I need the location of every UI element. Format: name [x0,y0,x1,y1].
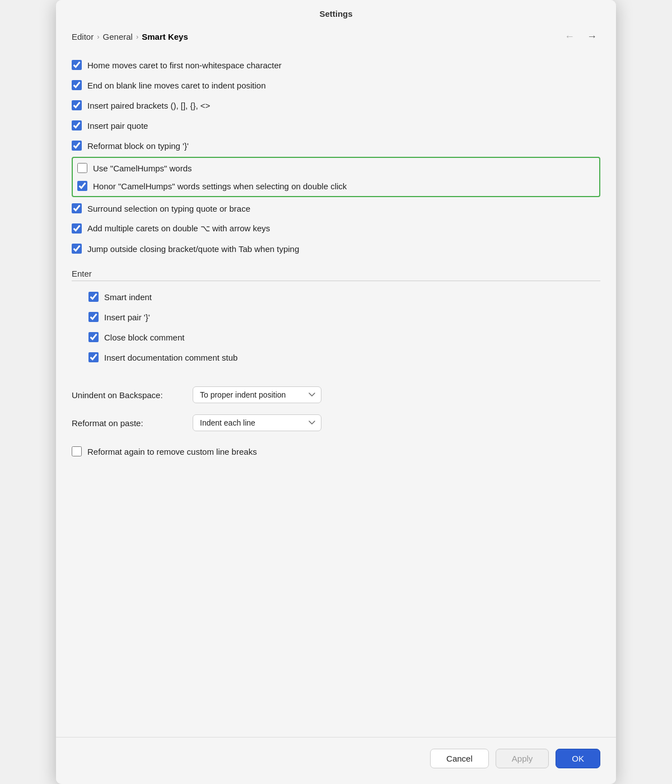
checkbox-end-blank[interactable] [72,80,82,90]
unindent-row: Unindent on Backspace: To proper indent … [72,381,600,409]
label-home-caret[interactable]: Home moves caret to first non-whitespace… [87,60,282,70]
option-jump-outside: Jump outside closing bracket/quote with … [72,239,600,259]
breadcrumb: Editor › General › Smart Keys [72,32,188,41]
nav-arrows: ← → [561,30,600,44]
label-multiple-carets[interactable]: Add multiple carets on double ⌥ with arr… [87,223,270,234]
camelhumps-group: Use "CamelHumps" words Honor "CamelHumps… [72,157,600,197]
checkbox-close-block-comment[interactable] [88,332,99,342]
checkbox-multiple-carets[interactable] [72,223,82,234]
option-reformat-again: Reformat again to remove custom line bre… [72,441,600,461]
label-insert-doc-comment[interactable]: Insert documentation comment stub [104,353,237,362]
enter-section-divider: Enter [72,269,600,281]
nav-forward-button[interactable]: → [584,30,600,44]
checkbox-insert-pair-brace[interactable] [88,312,99,322]
reformat-dropdown[interactable]: Indent each line Reformat block None [193,414,321,431]
breadcrumb-sep-1: › [97,32,99,41]
settings-dialog: Settings Editor › General › Smart Keys ←… [56,0,616,784]
option-insert-pair-brace: Insert pair '}' [72,307,600,327]
dialog-footer: Cancel Apply OK [56,737,616,784]
option-camelhumps-words: Use "CamelHumps" words [77,159,595,177]
breadcrumb-editor[interactable]: Editor [72,32,94,41]
checkbox-home-caret[interactable] [72,60,82,70]
label-smart-indent[interactable]: Smart indent [104,292,152,302]
checkbox-reformat-again[interactable] [72,446,82,456]
enter-section-hr [72,281,600,281]
option-smart-indent: Smart indent [72,287,600,307]
checkbox-insert-brackets[interactable] [72,100,82,110]
checkbox-jump-outside[interactable] [72,244,82,254]
reformat-paste-label: Reformat on paste: [72,418,184,428]
breadcrumb-smart-keys[interactable]: Smart Keys [142,32,188,41]
label-end-blank[interactable]: End on blank line moves caret to indent … [87,81,266,90]
apply-button[interactable]: Apply [496,749,549,768]
label-insert-brackets[interactable]: Insert paired brackets (), [], {}, <> [87,101,210,110]
breadcrumb-bar: Editor › General › Smart Keys ← → [56,25,616,53]
checkbox-reformat-block[interactable] [72,141,82,151]
enter-section-label: Enter [72,269,600,278]
option-honor-camelhumps: Honor "CamelHumps" words settings when s… [77,177,595,195]
nav-back-button[interactable]: ← [561,30,578,44]
checkbox-insert-doc-comment[interactable] [88,352,99,362]
option-surround-selection: Surround selection on typing quote or br… [72,198,600,218]
breadcrumb-general[interactable]: General [103,32,133,41]
ok-button[interactable]: OK [556,749,600,768]
breadcrumb-sep-2: › [136,32,138,41]
label-surround-selection[interactable]: Surround selection on typing quote or br… [87,204,250,213]
option-multiple-carets: Add multiple carets on double ⌥ with arr… [72,218,600,239]
label-reformat-block[interactable]: Reformat block on typing '}' [87,141,189,151]
label-camelhumps-words[interactable]: Use "CamelHumps" words [93,164,192,173]
label-insert-pair-brace[interactable]: Insert pair '}' [104,312,150,322]
option-insert-pair-quote: Insert pair quote [72,115,600,136]
checkbox-honor-camelhumps[interactable] [77,181,87,191]
checkbox-smart-indent[interactable] [88,292,99,302]
unindent-label: Unindent on Backspace: [72,390,184,400]
option-end-blank: End on blank line moves caret to indent … [72,75,600,95]
checkbox-surround-selection[interactable] [72,203,82,213]
content-area: Home moves caret to first non-whitespace… [56,53,616,726]
label-honor-camelhumps[interactable]: Honor "CamelHumps" words settings when s… [93,181,347,191]
option-reformat-block: Reformat block on typing '}' [72,136,600,156]
checkbox-insert-pair-quote[interactable] [72,120,82,130]
cancel-button[interactable]: Cancel [430,749,489,768]
option-home-caret: Home moves caret to first non-whitespace… [72,55,600,75]
reformat-paste-row: Reformat on paste: Indent each line Refo… [72,409,600,437]
option-insert-brackets: Insert paired brackets (), [], {}, <> [72,95,600,115]
dialog-title: Settings [56,0,616,25]
option-insert-doc-comment: Insert documentation comment stub [72,347,600,367]
unindent-dropdown[interactable]: To proper indent position One indent lev… [193,386,321,403]
checkbox-camelhumps-words[interactable] [77,163,87,173]
form-rows: Unindent on Backspace: To proper indent … [72,381,600,437]
option-close-block-comment: Close block comment [72,327,600,347]
label-close-block-comment[interactable]: Close block comment [104,333,184,342]
label-insert-pair-quote[interactable]: Insert pair quote [87,121,148,130]
label-jump-outside[interactable]: Jump outside closing bracket/quote with … [87,244,299,254]
label-reformat-again[interactable]: Reformat again to remove custom line bre… [87,447,257,456]
